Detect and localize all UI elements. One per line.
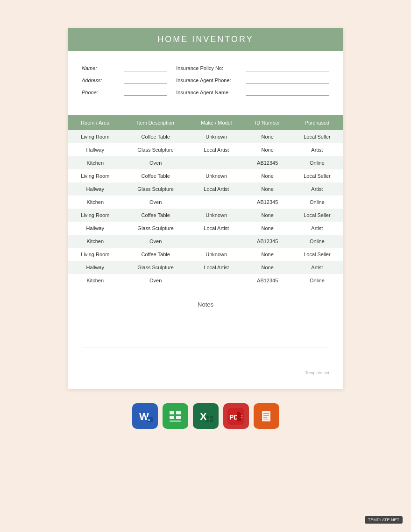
table-cell-9-2: Unknown	[189, 248, 244, 261]
table-cell-4-0: Hallway	[68, 182, 122, 196]
table-row: HallwayGlass SculptureLocal ArtistNoneAr…	[68, 182, 343, 196]
excel-icon[interactable]: X	[193, 403, 219, 429]
table-cell-11-1: Oven	[122, 274, 188, 287]
table-cell-3-0: Living Room	[68, 169, 122, 182]
table-cell-1-2: Local Artist	[189, 143, 244, 156]
document: HOME INVENTORY Name: Insurance Policy No…	[68, 28, 343, 389]
table-cell-0-0: Living Room	[68, 130, 122, 143]
table-cell-8-0: Kitchen	[68, 235, 122, 248]
template-net-badge: TEMPLATE.NET	[365, 516, 403, 524]
pages-icon[interactable]	[254, 403, 279, 429]
table-row: HallwayGlass SculptureLocal ArtistNoneAr…	[68, 222, 343, 235]
insurance-agent-name-input[interactable]	[246, 89, 329, 96]
table-cell-5-3: AB12345	[244, 196, 291, 209]
svg-rect-4	[167, 408, 184, 425]
table-cell-9-4: Local Seller	[291, 248, 343, 261]
insurance-policy-input[interactable]	[246, 65, 329, 71]
table-row: KitchenOvenAB12345Online	[68, 156, 343, 169]
table-cell-1-1: Glass Sculpture	[122, 143, 188, 156]
table-cell-2-0: Kitchen	[68, 156, 122, 169]
phone-input[interactable]	[124, 89, 167, 96]
table-cell-6-2: Unknown	[189, 209, 244, 222]
table-cell-7-0: Hallway	[68, 222, 122, 235]
table-cell-7-1: Glass Sculpture	[122, 222, 188, 235]
table-cell-1-3: None	[244, 143, 291, 156]
table-cell-8-2	[189, 235, 244, 248]
col-header-purchased: Purchased	[291, 115, 343, 130]
col-header-room: Room / Area	[68, 115, 122, 130]
table-cell-0-3: None	[244, 130, 291, 143]
insurance-agent-name-label: Insurance Agent Name:	[176, 90, 246, 95]
svg-text:≡: ≡	[148, 418, 150, 422]
notes-line-3[interactable]	[82, 342, 329, 348]
table-cell-4-2: Local Artist	[189, 182, 244, 196]
table-cell-5-2	[189, 196, 244, 209]
table-row: HallwayGlass SculptureLocal ArtistNoneAr…	[68, 143, 343, 156]
table-row: Living RoomCoffee TableUnknownNoneLocal …	[68, 248, 343, 261]
table-cell-10-3: None	[244, 261, 291, 274]
notes-section: Notes	[68, 296, 343, 366]
table-cell-8-1: Oven	[122, 235, 188, 248]
address-label: Address:	[82, 77, 124, 83]
name-field-group: Name:	[82, 65, 167, 71]
table-cell-9-0: Living Room	[68, 248, 122, 261]
table-cell-5-4: Online	[291, 196, 343, 209]
table-cell-1-4: Artist	[291, 143, 343, 156]
svg-text:X: X	[200, 411, 207, 422]
svg-rect-9	[170, 420, 181, 422]
table-cell-7-3: None	[244, 222, 291, 235]
name-input[interactable]	[124, 65, 167, 71]
table-cell-8-3: AB12345	[244, 235, 291, 248]
insurance-policy-group: Insurance Policy No:	[176, 65, 329, 71]
insurance-agent-phone-input[interactable]	[246, 77, 329, 84]
address-field-group: Address:	[82, 77, 167, 84]
pdf-icon[interactable]: PDF	[223, 403, 249, 429]
table-row: Living RoomCoffee TableUnknownNoneLocal …	[68, 169, 343, 182]
table-cell-7-4: Artist	[291, 222, 343, 235]
bottom-icons: W ≡ X	[132, 403, 279, 429]
table-cell-6-3: None	[244, 209, 291, 222]
form-section: Name: Insurance Policy No: Address: Insu…	[68, 60, 343, 111]
word-icon[interactable]: W ≡	[132, 403, 158, 429]
table-header-row: Room / Area Item Description Make / Mode…	[68, 115, 343, 130]
table-cell-8-4: Online	[291, 235, 343, 248]
table-row: KitchenOvenAB12345Online	[68, 196, 343, 209]
notes-line-1[interactable]	[82, 312, 329, 318]
inventory-table: Room / Area Item Description Make / Mode…	[68, 115, 343, 287]
table-cell-3-3: None	[244, 169, 291, 182]
table-cell-2-2	[189, 156, 244, 169]
table-cell-9-3: None	[244, 248, 291, 261]
svg-rect-19	[263, 413, 269, 414]
table-cell-5-1: Oven	[122, 196, 188, 209]
table-row: HallwayGlass SculptureLocal ArtistNoneAr…	[68, 261, 343, 274]
table-cell-4-1: Glass Sculpture	[122, 182, 188, 196]
table-cell-10-0: Hallway	[68, 261, 122, 274]
col-header-id-number: ID Number	[244, 115, 291, 130]
form-row-name: Name: Insurance Policy No:	[82, 65, 329, 71]
document-title: HOME INVENTORY	[68, 35, 343, 44]
table-cell-0-1: Coffee Table	[122, 130, 188, 143]
table-cell-3-1: Coffee Table	[122, 169, 188, 182]
address-input[interactable]	[124, 77, 167, 84]
form-row-phone: Phone: Insurance Agent Name:	[82, 89, 329, 96]
table-cell-6-0: Living Room	[68, 209, 122, 222]
table-cell-2-4: Online	[291, 156, 343, 169]
svg-rect-8	[176, 416, 181, 419]
table-cell-6-4: Local Seller	[291, 209, 343, 222]
notes-line-2[interactable]	[82, 327, 329, 333]
table-cell-5-0: Kitchen	[68, 196, 122, 209]
svg-rect-18	[262, 411, 270, 421]
table-cell-6-1: Coffee Table	[122, 209, 188, 222]
phone-field-group: Phone:	[82, 89, 167, 96]
table-cell-3-4: Local Seller	[291, 169, 343, 182]
form-row-address: Address: Insurance Agent Phone:	[82, 77, 329, 84]
table-cell-3-2: Unknown	[189, 169, 244, 182]
svg-rect-20	[263, 415, 269, 416]
table-cell-11-0: Kitchen	[68, 274, 122, 287]
numbers-app-icon[interactable]	[163, 403, 188, 429]
table-row: KitchenOvenAB12345Online	[68, 235, 343, 248]
table-row: KitchenOvenAB12345Online	[68, 274, 343, 287]
phone-label: Phone:	[82, 90, 124, 95]
table-cell-10-1: Glass Sculpture	[122, 261, 188, 274]
table-cell-11-4: Online	[291, 274, 343, 287]
